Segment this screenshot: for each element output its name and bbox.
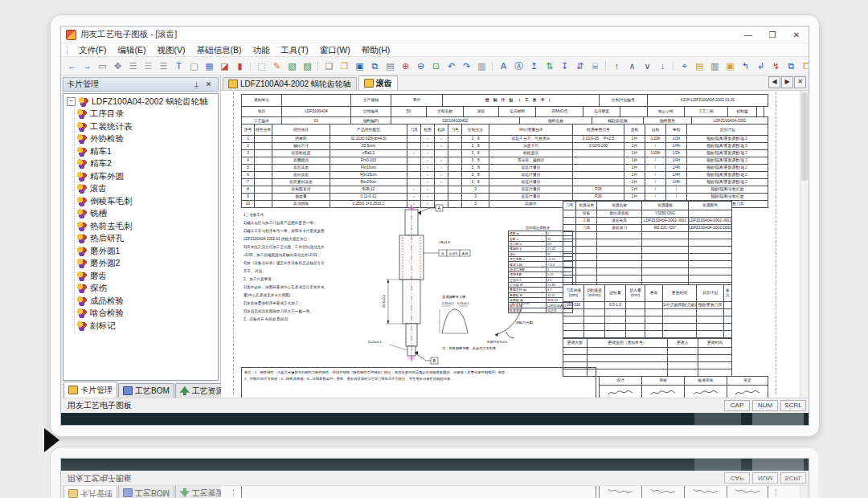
menu-item-0[interactable]: 文件(F) <box>73 44 112 56</box>
sheet-cell: 控制计划（工序卡） <box>443 95 600 107</box>
tree-item-3[interactable]: 精车1 <box>76 145 218 158</box>
card-print-icon[interactable]: ▥ <box>708 59 722 73</box>
tab-scroll-right-icon[interactable]: ▶ <box>781 76 793 88</box>
row-insert-below-icon[interactable]: ↲ <box>754 59 768 73</box>
sheet-cell <box>597 268 642 276</box>
tree-item-label: 磨外圆1 <box>90 246 120 257</box>
redo-icon[interactable]: ↷ <box>460 59 473 73</box>
tree-root[interactable]: −LDFZ100A04-2002 蜗轮齿轮轴 <box>67 96 218 108</box>
select-cell-icon[interactable]: ▭ <box>96 59 109 73</box>
scroll-down-icon[interactable]: ∨ <box>641 59 654 73</box>
pencil-icon[interactable]: ✎ <box>270 59 284 73</box>
fill-red-icon[interactable]: ▮ <box>233 59 247 73</box>
tree-item-14[interactable]: 探伤 <box>76 283 218 296</box>
cell-frame-icon[interactable]: ▢ <box>187 59 201 73</box>
tree-item-0[interactable]: 工序目录 <box>76 108 218 121</box>
tab-process-card[interactable]: 滚齿 <box>358 76 398 90</box>
menu-item-5[interactable]: 工具(T) <box>275 44 313 56</box>
pan-icon[interactable]: ✥ <box>111 59 125 73</box>
sheet-cell <box>605 324 626 331</box>
tree-item-1[interactable]: 工装统计表 <box>76 120 218 133</box>
scroll-bottom-icon[interactable]: ↓ <box>656 59 669 73</box>
zoom-in-icon[interactable]: ⊕ <box>399 59 412 73</box>
flow-node-icon[interactable]: ⇵ <box>573 59 587 73</box>
tree-item-7[interactable]: 倒棱车毛刺 <box>76 195 218 208</box>
move-down-node-icon[interactable]: ↧ <box>558 59 571 73</box>
menu-item-4[interactable]: 功能 <box>247 44 275 56</box>
align-left-icon[interactable]: ☰ <box>126 59 140 73</box>
minimize-button[interactable]: — <box>736 27 760 43</box>
vertical-scrollbar[interactable] <box>800 91 809 398</box>
circled-a-icon[interactable]: Ⓐ <box>512 59 526 73</box>
save-icon[interactable]: ▣ <box>353 59 366 73</box>
tree-item-15[interactable]: 成品检验 <box>76 295 218 308</box>
panel-close-icon[interactable]: ✕ <box>203 79 215 90</box>
undo-icon[interactable]: ↶ <box>444 59 458 73</box>
image-import-icon[interactable]: ▧ <box>285 59 299 73</box>
swap-node-icon[interactable]: ⇅ <box>542 59 556 73</box>
menu-item-2[interactable]: 视图(V) <box>151 44 190 56</box>
tree-item-8[interactable]: 铣槽 <box>76 208 218 221</box>
row-insert-above-icon[interactable]: ↰ <box>739 59 752 73</box>
card-new-icon[interactable]: ▤ <box>693 59 706 73</box>
align-right-icon[interactable]: ☰ <box>157 59 170 73</box>
sheet-cell <box>642 239 689 247</box>
tab-scroll-left-icon[interactable]: ◀ <box>768 76 780 88</box>
menu-item-3[interactable]: 基础信息(B) <box>190 44 247 56</box>
save-all-icon[interactable]: ⧉ <box>368 59 382 73</box>
card-save-icon[interactable]: ▣ <box>723 59 737 73</box>
callout-icon[interactable]: ⌸ <box>588 59 602 73</box>
tree-item-12[interactable]: 磨外圆2 <box>76 258 218 271</box>
card-find-icon[interactable]: ⌖ <box>678 59 691 73</box>
eraser-icon[interactable]: ◪ <box>218 59 231 73</box>
text-tool-icon[interactable]: T <box>172 59 186 73</box>
print-icon[interactable]: ▤ <box>383 59 397 73</box>
tree-item-9[interactable]: 热前去毛刺 <box>76 220 218 233</box>
tree-item-16[interactable]: 啮合检验 <box>76 308 218 320</box>
scroll-top-icon[interactable]: ↑ <box>610 59 624 73</box>
menu-item-6[interactable]: 窗口(W) <box>314 44 356 56</box>
card-paste-icon[interactable]: ⧠ <box>800 59 809 73</box>
align-center-icon[interactable]: ☰ <box>141 59 155 73</box>
status-bar: 用友工艺电子图板 CAP NUM SCRL <box>61 398 809 413</box>
tab-part[interactable]: LDFZ100A04-2002 蜗轮齿轮轴 <box>223 77 357 90</box>
restore-button[interactable]: ❐ <box>760 27 784 43</box>
back-icon[interactable]: ← <box>65 59 79 73</box>
doc-info-icon[interactable]: ▥ <box>475 59 489 73</box>
tree-item-5[interactable]: 精车外圆 <box>76 170 218 183</box>
tab-close-icon[interactable]: ✕ <box>794 76 806 88</box>
tree-item-13[interactable]: 磨齿 <box>76 270 218 283</box>
image-export-icon[interactable]: ▨ <box>301 59 314 73</box>
tree-item-4[interactable]: 精车2 <box>76 158 218 171</box>
menu-item-1[interactable]: 编辑(E) <box>112 44 151 56</box>
tree-item-2[interactable]: 外协检验 <box>76 133 218 146</box>
pin-icon[interactable]: ⍊ <box>190 79 203 90</box>
row-delete-icon[interactable]: ↯ <box>769 59 783 73</box>
sheet-cell: 1件 <box>624 157 645 165</box>
move-up-node-icon[interactable]: ↥ <box>527 59 541 73</box>
open-icon[interactable]: ❐ <box>338 59 351 73</box>
capture-icon[interactable]: ⬚ <box>255 59 268 73</box>
tree-item-11[interactable]: 磨外圆1 <box>76 245 218 258</box>
tree-item-6[interactable]: 滚齿 <box>76 183 218 196</box>
scroll-up-icon[interactable]: ∧ <box>625 59 639 73</box>
card-copy-icon[interactable]: ⧉ <box>784 59 798 73</box>
new-file-icon[interactable]: ❏ <box>322 59 336 73</box>
panel-tab-1[interactable]: 工艺BOM <box>118 383 174 398</box>
sheet-cell: 160-316 <box>563 302 584 309</box>
menu-item-7[interactable]: 帮助(H) <box>356 44 396 56</box>
expand-icon[interactable]: − <box>67 97 76 106</box>
table-grid-icon[interactable]: ▦ <box>203 59 216 73</box>
zoom-out-icon[interactable]: ⊖ <box>414 59 428 73</box>
zoom-fit-icon[interactable]: ⊡ <box>429 59 443 73</box>
sheet-cell: 控制方法 <box>462 124 489 136</box>
tree-item-label: 精车1 <box>90 146 112 157</box>
forward-icon[interactable]: → <box>80 59 94 73</box>
font-icon[interactable]: A <box>497 59 510 73</box>
panel-tab-0[interactable]: 卡片管理 <box>63 382 117 398</box>
tree-item-10[interactable]: 热后研孔 <box>76 233 218 246</box>
tree-item-17[interactable]: 刻标记 <box>76 320 218 333</box>
drawing-canvas[interactable]: 承制单位生产纲领零件控制计划（工序卡）控制计划编号KZJH.LDFZ100A04… <box>221 91 809 398</box>
tree-item-label: 精车外圆 <box>90 171 124 182</box>
close-button[interactable]: ✕ <box>784 27 809 43</box>
